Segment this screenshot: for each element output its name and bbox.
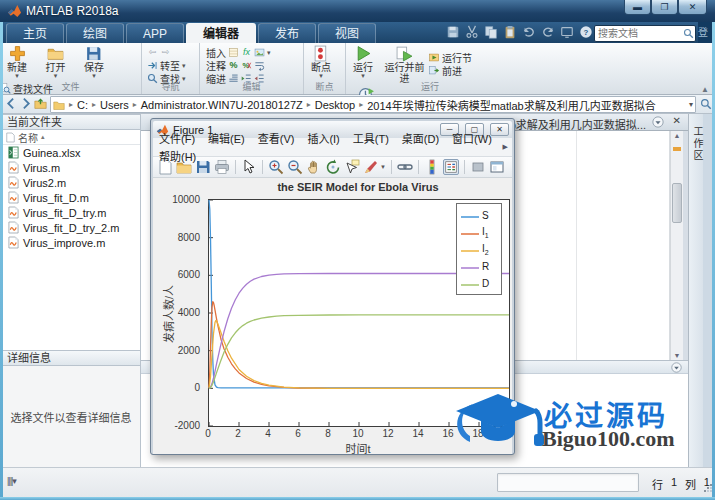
maximize-button[interactable]: ❐ (651, 0, 678, 15)
file-row[interactable]: Virus_improve.m (2, 235, 140, 250)
breadcrumb-segment[interactable]: Administrator.WIN7U-20180127Z (141, 99, 303, 111)
file-row[interactable]: Guinea.xlsx (2, 145, 140, 160)
minimize-button[interactable]: ▬ (624, 0, 651, 15)
cut-icon[interactable] (465, 25, 479, 39)
ribbon-collapse-icon[interactable]: ▲ (701, 85, 709, 94)
panel-actions-icon[interactable] (671, 362, 682, 373)
figure-menu-item[interactable]: 帮助(H) (159, 151, 196, 163)
file-row[interactable]: Virus.m (2, 160, 140, 175)
copy-icon[interactable] (484, 25, 498, 39)
insert-section-icon (228, 47, 239, 58)
run-play-icon (355, 45, 372, 62)
tab-close-icon[interactable]: ✕ (673, 115, 681, 126)
file-row[interactable]: Virus_fit_D.m (2, 190, 140, 205)
undo-icon[interactable] (522, 25, 536, 39)
breadcrumb-segment[interactable]: Users (100, 99, 129, 111)
ribbon-tab-row: 主页绘图APP编辑器发布视图 ? (0, 22, 715, 43)
doc-search-box[interactable] (594, 25, 696, 42)
breadcrumb-separator-icon (133, 100, 137, 109)
forward-arrow-icon[interactable]: ⇨ (160, 47, 171, 58)
wrap-comment-icon[interactable] (254, 60, 265, 71)
paste-icon[interactable] (503, 25, 517, 39)
forward-icon[interactable] (19, 97, 32, 110)
x-tick-label: 6 (286, 428, 310, 439)
ribbon-tab-绘图[interactable]: 绘图 (66, 23, 124, 43)
legend-line-sample (460, 224, 480, 242)
x-tick-label: 10 (346, 428, 370, 439)
caret-down-icon: ▾ (92, 73, 96, 79)
caret-down-icon: ▾ (267, 50, 271, 56)
x-tick-label: 2 (226, 428, 250, 439)
breadcrumb-segment[interactable]: Desktop (315, 99, 355, 111)
ribbon-tab-视图[interactable]: 视图 (318, 23, 376, 43)
file-name: Virus_fit_D_try_2.m (23, 222, 119, 234)
scroll-up-icon[interactable]: ▲ (671, 132, 683, 139)
current-folder-header[interactable]: 当前文件夹 (2, 114, 141, 130)
back-arrow-icon[interactable]: ⇦ (147, 47, 158, 58)
document-column-icon (6, 132, 15, 143)
details-header[interactable]: 详细信息 (2, 350, 141, 366)
menu-overflow-icon[interactable]: ▶ (503, 143, 508, 151)
comment-icon[interactable]: % (228, 60, 239, 71)
open-button[interactable]: 打开 ▾ (38, 45, 72, 79)
m-file-icon (8, 161, 19, 174)
ribbon-group-navigate: ⇦ ⇨ 转至 ▾ 查找 ▾ 导航 (142, 43, 200, 94)
figure-menu-item[interactable]: 查看(V) (258, 133, 295, 145)
tab-actions-icon[interactable] (652, 116, 664, 128)
breadcrumb-segment[interactable]: C: (77, 99, 88, 111)
m-file-icon (8, 176, 19, 189)
workspace-tab-label[interactable]: 工作区 (690, 126, 705, 162)
ribbon-tab-发布[interactable]: 发布 (258, 23, 316, 43)
save-button[interactable]: 保存 ▾ (77, 45, 111, 79)
back-icon[interactable] (5, 97, 18, 110)
scroll-down-icon[interactable]: ▼ (671, 352, 683, 359)
advance-button[interactable]: 前进 (429, 64, 472, 77)
fx-icon[interactable]: fx (241, 47, 252, 58)
editor-scrollbar[interactable]: ▲ ▼ (670, 131, 683, 360)
legend-entry: I1 (460, 224, 501, 241)
ribbon-tab-编辑器[interactable]: 编辑器 (186, 23, 256, 43)
resize-grip[interactable] (703, 483, 712, 492)
legend-line-sample (460, 258, 480, 276)
close-button[interactable]: ✕ (678, 0, 707, 15)
save-icon[interactable] (446, 25, 460, 39)
ribbon-group-run: 运行 ▾ 运行并前进 运行节 前进 运行并计时 运 (346, 43, 514, 94)
breakpoints-button[interactable]: 断点 ▾ (304, 45, 338, 79)
figure-menu-item[interactable]: 插入(I) (307, 133, 339, 145)
help-icon[interactable]: ? (579, 25, 593, 39)
file-row[interactable]: Virus_fit_D_try.m (2, 205, 140, 220)
switch-windows-icon[interactable] (560, 25, 574, 39)
search-icon[interactable] (683, 28, 694, 39)
redo-icon[interactable] (541, 25, 555, 39)
breadcrumb-segment[interactable]: 2014年埃博拉传染病模型matlab求解及利用几内亚数据拟合 (367, 97, 656, 113)
search-input[interactable] (595, 28, 683, 39)
scrollbar-thumb[interactable] (672, 183, 682, 223)
y-tick-label: 4000 (156, 307, 200, 318)
up-folder-icon[interactable] (34, 97, 47, 110)
address-search-icon[interactable] (700, 98, 712, 110)
ribbon-tab-主页[interactable]: 主页 (6, 23, 64, 43)
x-tick-label: 14 (406, 428, 430, 439)
ribbon-tab-APP[interactable]: APP (126, 23, 184, 43)
figure-menu-item[interactable]: 工具(T) (353, 133, 389, 145)
plot-legend[interactable]: SI1I2RD (456, 203, 502, 295)
current-folder-panel: 名称 ▴ Guinea.xlsxVirus.mVirus2.mVirus_fit… (2, 130, 141, 350)
uncomment-icon[interactable]: % (241, 60, 252, 71)
file-row[interactable]: Virus_fit_D_try_2.m (2, 220, 140, 235)
file-list: Guinea.xlsxVirus.mVirus2.mVirus_fit_D.mV… (2, 145, 140, 250)
new-button[interactable]: 新建 ▾ (0, 45, 34, 79)
file-row[interactable]: Virus2.m (2, 175, 140, 190)
figure-menu-item[interactable]: 文件(F) (159, 133, 195, 145)
run-advance-button[interactable]: 运行并前进 (384, 45, 424, 84)
y-tick-label: 2000 (156, 345, 200, 356)
name-column-header[interactable]: 名称 ▴ (2, 130, 140, 145)
m-file-icon (8, 191, 19, 204)
figure-menu-item[interactable]: 窗口(W) (452, 133, 492, 145)
details-placeholder: 选择文件以查看详细信息 (11, 409, 132, 425)
figure-menu-item[interactable]: 编辑(E) (208, 133, 245, 145)
run-button[interactable]: 运行 ▾ (346, 45, 380, 79)
breadcrumb-dropdown-icon[interactable]: ▾ (689, 100, 693, 109)
statusbar-grip-icon[interactable]: ||||▾ (7, 476, 27, 489)
plot-title: the SEIR Model for Ebola Virus (208, 181, 508, 193)
figure-menu-item[interactable]: 桌面(D) (402, 133, 439, 145)
